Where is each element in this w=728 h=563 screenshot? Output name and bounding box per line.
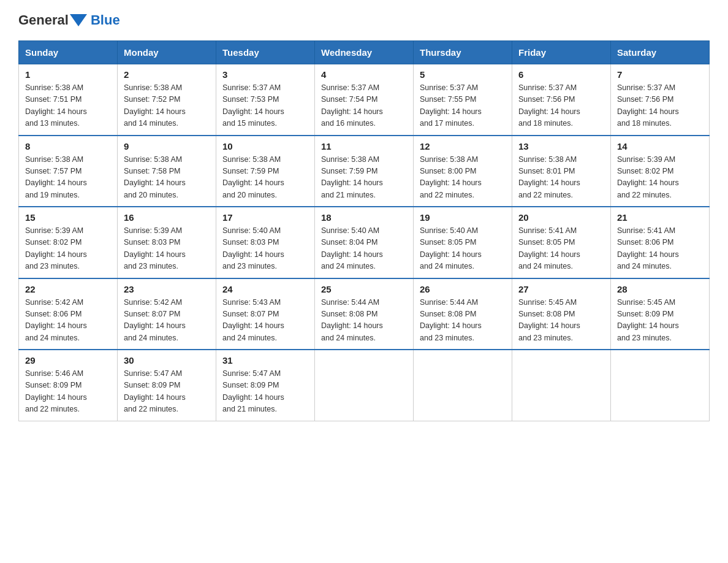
weekday-header-row: SundayMondayTuesdayWednesdayThursdayFrid…	[19, 41, 710, 64]
day-number: 7	[617, 69, 703, 80]
day-number: 16	[124, 212, 210, 223]
day-info: Sunrise: 5:40 AMSunset: 8:04 PMDaylight:…	[321, 226, 383, 270]
weekday-header-monday: Monday	[118, 41, 216, 64]
day-number: 24	[222, 284, 308, 294]
day-info: Sunrise: 5:42 AMSunset: 8:06 PMDaylight:…	[25, 298, 87, 342]
weekday-header-saturday: Saturday	[611, 41, 710, 64]
calendar-day-cell: 11 Sunrise: 5:38 AMSunset: 7:59 PMDaylig…	[315, 136, 414, 207]
calendar-day-cell	[512, 350, 611, 421]
day-info: Sunrise: 5:42 AMSunset: 8:07 PMDaylight:…	[124, 298, 186, 342]
calendar-day-cell: 16 Sunrise: 5:39 AMSunset: 8:03 PMDaylig…	[118, 207, 216, 278]
calendar-day-cell: 15 Sunrise: 5:39 AMSunset: 8:02 PMDaylig…	[19, 207, 118, 278]
logo-text-blue: Blue	[91, 12, 120, 28]
day-number: 19	[420, 212, 506, 223]
day-info: Sunrise: 5:38 AMSunset: 7:51 PMDaylight:…	[25, 83, 87, 128]
calendar-day-cell: 29 Sunrise: 5:46 AMSunset: 8:09 PMDaylig…	[19, 350, 118, 421]
calendar-day-cell: 18 Sunrise: 5:40 AMSunset: 8:04 PMDaylig…	[315, 207, 414, 278]
weekday-header-friday: Friday	[512, 41, 611, 64]
day-number: 26	[420, 284, 506, 294]
calendar-day-cell: 20 Sunrise: 5:41 AMSunset: 8:05 PMDaylig…	[512, 207, 611, 278]
calendar-day-cell: 22 Sunrise: 5:42 AMSunset: 8:06 PMDaylig…	[19, 278, 118, 350]
day-info: Sunrise: 5:45 AMSunset: 8:09 PMDaylight:…	[617, 298, 679, 342]
day-info: Sunrise: 5:41 AMSunset: 8:05 PMDaylight:…	[518, 226, 580, 270]
day-number: 5	[420, 69, 506, 80]
day-info: Sunrise: 5:45 AMSunset: 8:08 PMDaylight:…	[518, 298, 580, 342]
day-number: 29	[25, 355, 111, 366]
day-info: Sunrise: 5:38 AMSunset: 7:59 PMDaylight:…	[321, 155, 383, 199]
day-number: 2	[124, 69, 210, 80]
day-info: Sunrise: 5:44 AMSunset: 8:08 PMDaylight:…	[321, 298, 383, 342]
calendar-day-cell: 12 Sunrise: 5:38 AMSunset: 8:00 PMDaylig…	[414, 136, 512, 207]
day-info: Sunrise: 5:39 AMSunset: 8:02 PMDaylight:…	[617, 155, 679, 199]
day-number: 25	[321, 284, 407, 294]
calendar-day-cell: 9 Sunrise: 5:38 AMSunset: 7:58 PMDayligh…	[118, 136, 216, 207]
page-header: General Blue	[18, 12, 710, 28]
calendar-day-cell: 6 Sunrise: 5:37 AMSunset: 7:56 PMDayligh…	[512, 64, 611, 136]
calendar-day-cell: 10 Sunrise: 5:38 AMSunset: 7:59 PMDaylig…	[216, 136, 315, 207]
calendar-day-cell: 24 Sunrise: 5:43 AMSunset: 8:07 PMDaylig…	[216, 278, 315, 350]
day-number: 11	[321, 141, 407, 151]
day-number: 15	[25, 212, 111, 223]
calendar-week-row: 1 Sunrise: 5:38 AMSunset: 7:51 PMDayligh…	[19, 64, 710, 136]
calendar-day-cell: 19 Sunrise: 5:40 AMSunset: 8:05 PMDaylig…	[414, 207, 512, 278]
calendar-day-cell: 3 Sunrise: 5:37 AMSunset: 7:53 PMDayligh…	[216, 64, 315, 136]
calendar-day-cell: 2 Sunrise: 5:38 AMSunset: 7:52 PMDayligh…	[118, 64, 216, 136]
day-number: 12	[420, 141, 506, 151]
calendar-day-cell: 25 Sunrise: 5:44 AMSunset: 8:08 PMDaylig…	[315, 278, 414, 350]
calendar-week-row: 29 Sunrise: 5:46 AMSunset: 8:09 PMDaylig…	[19, 350, 710, 421]
day-info: Sunrise: 5:44 AMSunset: 8:08 PMDaylight:…	[420, 298, 482, 342]
logo-arrow-icon	[70, 14, 87, 26]
calendar-day-cell: 14 Sunrise: 5:39 AMSunset: 8:02 PMDaylig…	[611, 136, 710, 207]
calendar-day-cell	[414, 350, 512, 421]
day-info: Sunrise: 5:39 AMSunset: 8:03 PMDaylight:…	[124, 226, 186, 270]
day-number: 18	[321, 212, 407, 223]
day-info: Sunrise: 5:38 AMSunset: 7:59 PMDaylight:…	[222, 155, 284, 199]
calendar-day-cell: 26 Sunrise: 5:44 AMSunset: 8:08 PMDaylig…	[414, 278, 512, 350]
day-info: Sunrise: 5:43 AMSunset: 8:07 PMDaylight:…	[222, 298, 284, 342]
calendar-day-cell	[315, 350, 414, 421]
calendar-day-cell	[611, 350, 710, 421]
calendar-day-cell: 21 Sunrise: 5:41 AMSunset: 8:06 PMDaylig…	[611, 207, 710, 278]
day-number: 17	[222, 212, 308, 223]
calendar-day-cell: 27 Sunrise: 5:45 AMSunset: 8:08 PMDaylig…	[512, 278, 611, 350]
day-info: Sunrise: 5:38 AMSunset: 8:01 PMDaylight:…	[518, 155, 580, 199]
day-number: 9	[124, 141, 210, 151]
calendar-day-cell: 7 Sunrise: 5:37 AMSunset: 7:56 PMDayligh…	[611, 64, 710, 136]
day-info: Sunrise: 5:40 AMSunset: 8:05 PMDaylight:…	[420, 226, 482, 270]
day-info: Sunrise: 5:40 AMSunset: 8:03 PMDaylight:…	[222, 226, 284, 270]
calendar-day-cell: 23 Sunrise: 5:42 AMSunset: 8:07 PMDaylig…	[118, 278, 216, 350]
calendar-day-cell: 30 Sunrise: 5:47 AMSunset: 8:09 PMDaylig…	[118, 350, 216, 421]
calendar-day-cell: 5 Sunrise: 5:37 AMSunset: 7:55 PMDayligh…	[414, 64, 512, 136]
day-info: Sunrise: 5:46 AMSunset: 8:09 PMDaylight:…	[25, 369, 87, 413]
day-number: 14	[617, 141, 703, 151]
day-info: Sunrise: 5:47 AMSunset: 8:09 PMDaylight:…	[222, 369, 284, 413]
calendar-day-cell: 13 Sunrise: 5:38 AMSunset: 8:01 PMDaylig…	[512, 136, 611, 207]
day-number: 20	[518, 212, 604, 223]
day-number: 22	[25, 284, 111, 294]
day-info: Sunrise: 5:47 AMSunset: 8:09 PMDaylight:…	[124, 369, 186, 413]
day-number: 6	[518, 69, 604, 80]
calendar-table: SundayMondayTuesdayWednesdayThursdayFrid…	[18, 40, 710, 421]
day-info: Sunrise: 5:38 AMSunset: 7:52 PMDaylight:…	[124, 83, 186, 128]
day-info: Sunrise: 5:37 AMSunset: 7:54 PMDaylight:…	[321, 83, 383, 128]
weekday-header-wednesday: Wednesday	[315, 41, 414, 64]
day-number: 28	[617, 284, 703, 294]
day-info: Sunrise: 5:37 AMSunset: 7:55 PMDaylight:…	[420, 83, 482, 128]
day-info: Sunrise: 5:37 AMSunset: 7:56 PMDaylight:…	[617, 83, 679, 128]
weekday-header-sunday: Sunday	[19, 41, 118, 64]
day-number: 31	[222, 355, 308, 366]
calendar-week-row: 22 Sunrise: 5:42 AMSunset: 8:06 PMDaylig…	[19, 278, 710, 350]
weekday-header-tuesday: Tuesday	[216, 41, 315, 64]
day-info: Sunrise: 5:37 AMSunset: 7:56 PMDaylight:…	[518, 83, 580, 128]
day-info: Sunrise: 5:38 AMSunset: 7:58 PMDaylight:…	[124, 155, 186, 199]
day-number: 21	[617, 212, 703, 223]
calendar-week-row: 15 Sunrise: 5:39 AMSunset: 8:02 PMDaylig…	[19, 207, 710, 278]
logo-text-general: General	[18, 12, 69, 28]
day-number: 27	[518, 284, 604, 294]
day-number: 30	[124, 355, 210, 366]
day-number: 23	[124, 284, 210, 294]
day-number: 10	[222, 141, 308, 151]
day-info: Sunrise: 5:38 AMSunset: 7:57 PMDaylight:…	[25, 155, 87, 199]
calendar-day-cell: 31 Sunrise: 5:47 AMSunset: 8:09 PMDaylig…	[216, 350, 315, 421]
day-number: 4	[321, 69, 407, 80]
